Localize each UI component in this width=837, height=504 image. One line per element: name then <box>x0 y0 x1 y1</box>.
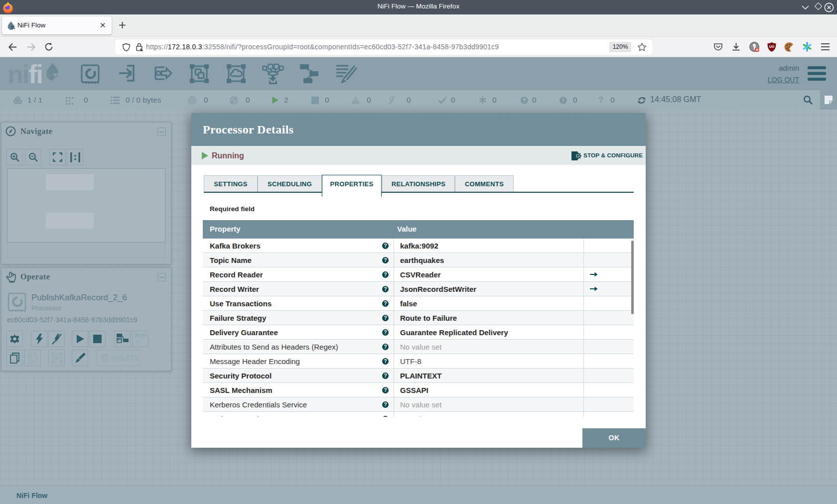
svg-text:UO: UO <box>769 45 775 48</box>
